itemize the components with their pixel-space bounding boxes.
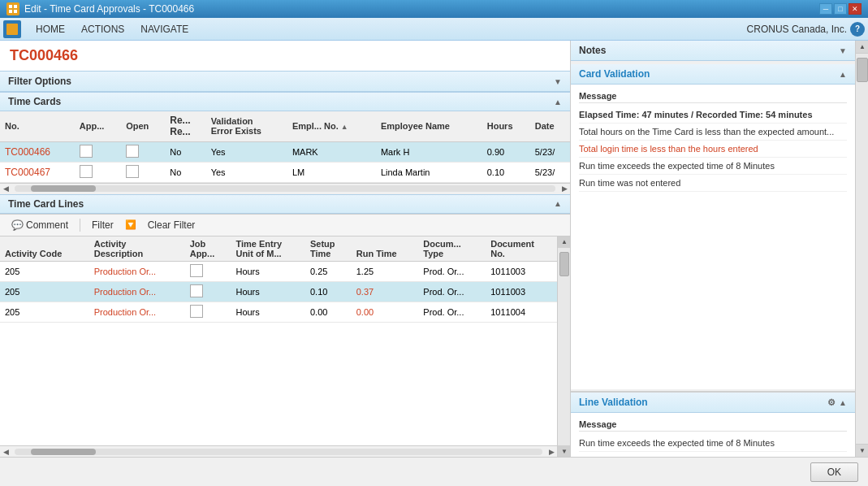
line-activity-desc2[interactable]: Production Or...: [89, 281, 185, 302]
line-validation-label: Line Validation: [579, 397, 648, 408]
row-open-check2[interactable]: [126, 165, 139, 178]
line-job-app-check3[interactable]: [190, 305, 203, 318]
line-setup-time: 0.25: [305, 261, 352, 281]
filter-options-chevron[interactable]: ▼: [554, 77, 562, 86]
card-validation-content: Message Elapsed Time: 47 minutes / Recor…: [571, 85, 855, 197]
menu-home[interactable]: HOME: [28, 20, 73, 38]
app-menu-logo[interactable]: [3, 20, 21, 38]
time-cards-chevron[interactable]: ▲: [554, 98, 562, 106]
window-title: Edit - Time Card Approvals - TC000466: [24, 3, 194, 15]
lines-table-wrapper: Activity Code ActivityDescription JobApp…: [0, 236, 557, 457]
line-time-entry2: Hours: [231, 281, 305, 302]
card-val-col-header: Message: [579, 89, 847, 103]
lines-h-thumb[interactable]: [31, 449, 96, 455]
line-doc-type: Prod. Or...: [418, 261, 486, 281]
col-no: No.: [0, 111, 75, 141]
scroll-right-btn[interactable]: ▶: [559, 183, 570, 194]
table-row[interactable]: TC000467 No Yes LM Linda Martin 0.10 5/2…: [0, 162, 570, 182]
table-row[interactable]: 205 Production Or... Hours 0.10 0.37 Pro…: [0, 281, 557, 302]
row-empl-no: MARK: [287, 141, 376, 162]
table-row[interactable]: 205 Production Or... Hours 0.25 1.25 Pro…: [0, 261, 557, 281]
col-activity-code: Activity Code: [0, 236, 89, 262]
card-validation-chevron[interactable]: ▲: [839, 70, 847, 79]
col-hours: Hours: [482, 111, 530, 141]
window-controls[interactable]: ─ □ ✕: [819, 3, 862, 15]
h-scroll-track: [15, 185, 555, 192]
comment-label: Comment: [26, 219, 68, 231]
line-val-settings-icon[interactable]: ⚙: [827, 397, 836, 408]
line-doc-no2: 1011003: [486, 281, 557, 302]
lines-scroll-down[interactable]: ▼: [558, 445, 570, 457]
lines-chevron[interactable]: ▲: [554, 199, 562, 208]
card-val-message-2: Total login time is less than the hours …: [579, 141, 847, 158]
line-job-app-check2[interactable]: [190, 284, 203, 297]
row-open-check[interactable]: [126, 145, 139, 158]
notes-section: Notes ▼: [571, 41, 855, 61]
lines-h-track: [15, 449, 542, 455]
col-doc-no: DocumentNo.: [486, 236, 557, 262]
col-activity-desc: ActivityDescription: [89, 236, 185, 262]
col-app: App...: [75, 111, 121, 141]
notes-label: Notes: [579, 45, 606, 56]
card-val-message-1: Total hours on the Time Card is less tha…: [579, 124, 847, 141]
ok-button[interactable]: OK: [810, 462, 858, 482]
lines-scroll-right[interactable]: ▶: [546, 446, 557, 458]
clear-filter-label: Clear Filter: [148, 219, 196, 231]
row-validation: Yes: [206, 141, 287, 162]
line-activity-desc[interactable]: Production Or...: [89, 261, 185, 281]
comment-button[interactable]: 💬 Comment: [6, 218, 73, 232]
row-validation2: Yes: [206, 162, 287, 182]
svg-rect-0: [9, 5, 12, 8]
h-scroll-thumb[interactable]: [31, 185, 96, 192]
time-card-lines-section: Time Card Lines ▲ 💬 Comment Filter 🔽 Cle…: [0, 194, 570, 457]
menu-bar: HOME ACTIONS NAVIGATE CRONUS Canada, Inc…: [0, 18, 868, 41]
lines-h-scrollbar[interactable]: ◀ ▶: [0, 445, 557, 457]
line-job-app-check[interactable]: [190, 264, 203, 277]
filter-button[interactable]: Filter: [87, 218, 119, 232]
menu-actions[interactable]: ACTIONS: [73, 20, 132, 38]
right-scroll-up[interactable]: ▲: [856, 41, 868, 54]
row-app-check2[interactable]: [80, 165, 93, 178]
right-scroll-down[interactable]: ▼: [856, 444, 868, 457]
help-button[interactable]: ?: [850, 22, 865, 37]
lines-scroll-left[interactable]: ◀: [0, 446, 11, 458]
col-run-time: Run Time: [352, 236, 419, 262]
line-activity-desc3[interactable]: Production Or...: [89, 302, 185, 322]
maximize-button[interactable]: □: [834, 3, 847, 15]
col-setup-time: SetupTime: [305, 236, 352, 262]
scroll-left-btn[interactable]: ◀: [0, 183, 11, 194]
time-cards-h-scrollbar[interactable]: ◀ ▶: [0, 183, 570, 194]
line-val-col-header: Message: [579, 418, 847, 432]
filter-icon: 🔽: [125, 219, 136, 230]
table-row[interactable]: 205 Production Or... Hours 0.00 0.00 Pro…: [0, 302, 557, 322]
right-panel: Notes ▼ Card Validation ▲ Message Elapse…: [571, 41, 855, 457]
line-run-time: 1.25: [352, 261, 419, 281]
col-job-app: JobApp...: [185, 236, 231, 262]
card-validation-section: Card Validation ▲ Message Elapsed Time: …: [571, 64, 855, 389]
card-validation-header: Card Validation ▲: [571, 64, 855, 85]
row-no-tc000466[interactable]: TC000466: [5, 146, 50, 158]
close-button[interactable]: ✕: [849, 3, 862, 15]
menu-navigate[interactable]: NAVIGATE: [132, 20, 196, 38]
right-v-scrollbar[interactable]: ▲ ▼: [855, 41, 868, 457]
right-scroll-thumb[interactable]: [857, 58, 868, 82]
row-re2: No: [165, 162, 205, 182]
svg-rect-3: [14, 10, 17, 13]
company-name: CRONUS Canada, Inc.: [747, 24, 847, 35]
table-row[interactable]: TC000466 No Yes MARK Mark H 0.90 5/23/: [0, 141, 570, 162]
filter-options-section[interactable]: Filter Options ▼: [0, 71, 570, 92]
toolbar-separator: [80, 219, 80, 232]
clear-filter-button[interactable]: Clear Filter: [143, 218, 201, 232]
lines-scroll-thumb[interactable]: [559, 252, 569, 276]
col-re: Re...Re...: [165, 111, 205, 141]
lines-scroll-up[interactable]: ▲: [558, 236, 570, 248]
lines-scroll-track: [558, 248, 570, 445]
line-activity-code: 205: [0, 261, 89, 281]
time-card-lines-header: Time Card Lines ▲: [0, 194, 570, 214]
row-app-check[interactable]: [80, 145, 93, 158]
minimize-button[interactable]: ─: [819, 3, 832, 15]
lines-v-scrollbar[interactable]: ▲ ▼: [557, 236, 570, 457]
line-validation-chevron[interactable]: ▲: [839, 398, 847, 407]
row-no-tc000467[interactable]: TC000467: [5, 167, 50, 178]
notes-chevron[interactable]: ▼: [839, 46, 847, 55]
